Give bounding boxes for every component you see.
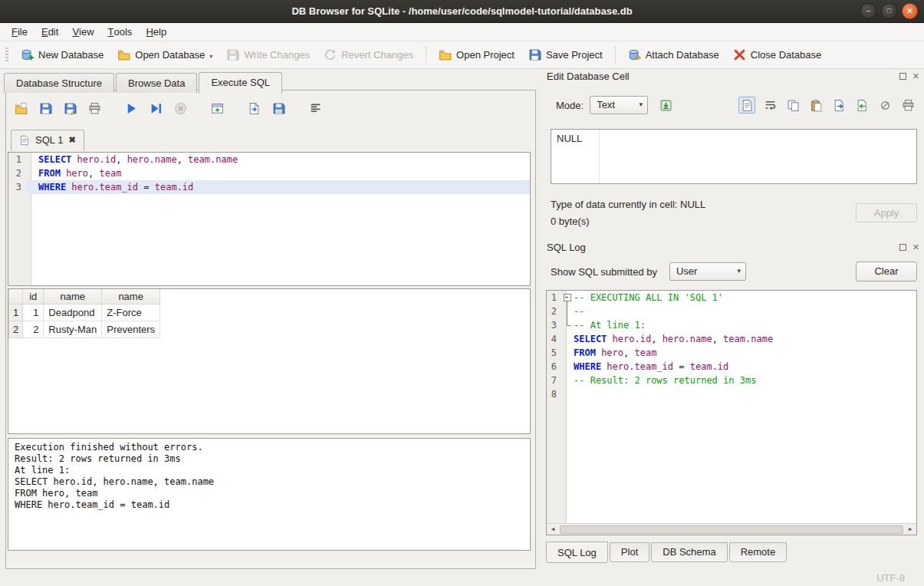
export-cell-data-icon[interactable] — [830, 97, 847, 114]
horizontal-scrollbar[interactable]: ◀ ▶ — [547, 523, 916, 535]
new-database-button[interactable]: New Database — [14, 44, 110, 65]
scroll-right-arrow[interactable]: ▶ — [904, 526, 916, 532]
mode-select[interactable]: Text — [590, 96, 648, 114]
dropdown-arrow-icon[interactable]: ▾ — [209, 53, 212, 61]
code-line: 8 — [547, 387, 916, 401]
encoding-label: UTF-8 — [876, 572, 905, 584]
close-dock-icon[interactable]: ✕ — [912, 73, 919, 80]
close-window-button[interactable]: ✕ — [902, 3, 918, 19]
open-new-tab-button[interactable] — [209, 100, 225, 117]
sql-editor[interactable]: 1SELECT hero.id, hero.name, team.name2FR… — [8, 152, 531, 286]
open-project-label: Open Project — [456, 49, 515, 61]
dock-tab-remote[interactable]: Remote — [729, 542, 788, 562]
sql-editor-tab[interactable]: SQL 1 ✖ — [11, 130, 84, 151]
dock-tab-plot[interactable]: Plot — [610, 542, 649, 562]
fold-margin — [562, 374, 574, 387]
cell[interactable]: Preventers — [102, 321, 160, 338]
statusbar: UTF-8 — [0, 569, 924, 586]
print-cell-icon[interactable] — [899, 97, 916, 114]
titlebar[interactable]: DB Browser for SQLite - /home/user/code/… — [0, 0, 924, 23]
cell[interactable]: Z-Force — [102, 305, 160, 321]
code-text: SELECT hero.id, hero.name, team.name — [562, 332, 916, 346]
menu-item-tools[interactable]: Tools — [101, 23, 140, 41]
fold-margin — [27, 166, 38, 180]
cell[interactable]: Rusty-Man — [44, 321, 102, 338]
write-changes-button[interactable]: Write Changes — [219, 44, 317, 65]
open-sql-in-new-tab-button[interactable] — [245, 100, 262, 117]
row-number[interactable]: 2 — [9, 321, 23, 338]
line-number: 1 — [8, 153, 27, 166]
save-results-button[interactable] — [270, 100, 287, 117]
line-number: 8 — [547, 387, 562, 401]
menu-item-view[interactable]: View — [65, 23, 100, 41]
edit-cell-title: Edit Database Cell — [547, 71, 630, 82]
fold-marker-icon[interactable] — [562, 291, 574, 305]
fold-margin — [27, 180, 38, 194]
column-header-name[interactable]: name — [44, 289, 102, 305]
sql-log-filter-row: Show SQL submitted by User Clear — [551, 261, 917, 282]
execute-all-button[interactable] — [123, 100, 140, 117]
format-sql-button[interactable] — [307, 100, 324, 117]
tab-browse-data[interactable]: Browse Data — [116, 73, 197, 93]
fold-marker-icon[interactable] — [562, 318, 574, 332]
toolbar-drag-handle[interactable] — [5, 48, 8, 63]
results-grid[interactable]: idnamename11DeadpondZ-Force22Rusty-ManPr… — [8, 288, 531, 434]
tab-database-structure[interactable]: Database Structure — [4, 73, 114, 93]
column-header-id[interactable]: id — [23, 289, 44, 305]
line-number: 6 — [547, 360, 562, 374]
cell[interactable]: 1 — [23, 305, 44, 321]
revert-changes-button[interactable]: Revert Changes — [317, 44, 420, 65]
tab-execute-sql[interactable]: Execute SQL — [199, 72, 282, 94]
save-sql-file-as-button[interactable] — [61, 100, 78, 117]
open-project-button[interactable]: Open Project — [432, 44, 521, 65]
save-project-button[interactable]: Save Project — [521, 44, 610, 65]
cell-editor[interactable]: NULL — [551, 129, 917, 184]
code-line: 4SELECT hero.id, hero.name, team.name — [547, 332, 916, 346]
print-sql-button[interactable] — [86, 100, 103, 117]
open-database-button[interactable]: Open Database▾ — [110, 44, 219, 65]
float-dock-icon[interactable] — [899, 73, 906, 80]
sql-log-view[interactable]: 1-- EXECUTING ALL IN 'SQL 1'2--3-- At li… — [546, 290, 917, 535]
menu-item-edit[interactable]: Edit — [35, 23, 65, 41]
dock-tab-sql-log[interactable]: SQL Log — [546, 542, 608, 563]
close-database-button[interactable]: Close Database — [726, 44, 829, 65]
code-text: -- EXECUTING ALL IN 'SQL 1' — [562, 291, 916, 305]
code-segments: -- At line 1: — [574, 318, 646, 332]
grid-corner[interactable] — [9, 289, 23, 305]
cell[interactable]: Deadpond — [44, 305, 102, 321]
import-cell-data-icon[interactable] — [853, 97, 870, 114]
submitted-by-select[interactable]: User — [669, 262, 746, 281]
cell-type-text: Type of data currently in cell: NULL — [551, 199, 705, 210]
window-title: DB Browser for SQLite - /home/user/code/… — [291, 5, 632, 17]
execute-current-line-button[interactable] — [147, 100, 164, 117]
maximize-button[interactable]: □ — [881, 3, 897, 19]
copy-cell-icon[interactable] — [784, 97, 801, 114]
open-sql-file-button[interactable] — [12, 100, 29, 117]
minimize-button[interactable]: − — [860, 3, 876, 19]
word-wrap-icon[interactable] — [761, 97, 778, 114]
fold-marker-icon[interactable] — [562, 305, 574, 318]
save-sql-file-button[interactable] — [37, 100, 54, 117]
edit-text-mode-icon[interactable] — [738, 97, 755, 114]
row-number[interactable]: 1 — [9, 305, 23, 321]
stop-execution-button[interactable] — [172, 100, 189, 117]
close-tab-icon[interactable]: ✖ — [68, 136, 75, 144]
code-segments: WHERE hero.team_id = team.id — [38, 180, 193, 194]
dock-tab-db-schema[interactable]: DB Schema — [651, 542, 727, 562]
cell-editor-settings-icon[interactable] — [657, 97, 674, 114]
scrollbar-thumb[interactable] — [560, 525, 903, 534]
cell[interactable]: 2 — [23, 321, 44, 338]
menu-item-help[interactable]: Help — [139, 23, 173, 41]
close-dock-icon[interactable]: ✕ — [912, 244, 919, 251]
execution-message[interactable]: Execution finished without errors. Resul… — [8, 438, 531, 551]
attach-database-button[interactable]: Attach Database — [621, 44, 726, 65]
paste-cell-icon[interactable] — [807, 97, 824, 114]
column-header-name[interactable]: name — [102, 289, 160, 305]
set-cell-null-icon[interactable] — [876, 97, 893, 114]
scroll-left-arrow[interactable]: ◀ — [547, 526, 559, 532]
apply-button[interactable]: Apply — [856, 203, 917, 222]
main-toolbar: New DatabaseOpen Database▾Write ChangesR… — [0, 41, 924, 69]
clear-log-button[interactable]: Clear — [856, 262, 917, 281]
float-dock-icon[interactable] — [899, 244, 906, 251]
menu-item-file[interactable]: File — [5, 23, 35, 41]
